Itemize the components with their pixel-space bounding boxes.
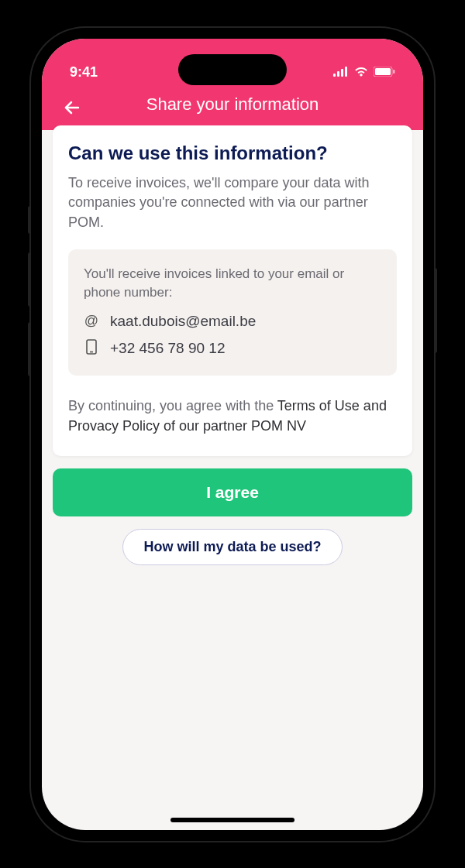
screen: 9:41 Share your informatio	[42, 39, 423, 830]
secondary-row: How will my data be used?	[53, 529, 412, 565]
phone-row: +32 456 78 90 12	[84, 339, 381, 359]
phone-icon	[84, 339, 99, 359]
notch	[178, 54, 287, 85]
info-box: You'll receive invoices linked to your e…	[68, 249, 397, 376]
svg-rect-3	[345, 67, 347, 77]
email-value: kaat.dubois@email.be	[110, 313, 256, 330]
card-description: To receive invoices, we'll compare your …	[68, 173, 397, 233]
cellular-icon	[333, 64, 349, 81]
svg-rect-6	[393, 70, 395, 74]
wifi-icon	[353, 64, 369, 81]
agree-button[interactable]: I agree	[53, 468, 412, 516]
svg-rect-1	[337, 71, 339, 77]
svg-rect-2	[341, 69, 343, 77]
back-button[interactable]	[60, 96, 84, 119]
email-row: @ kaat.dubois@email.be	[84, 313, 381, 330]
status-time: 9:41	[70, 64, 98, 81]
consent-card: Can we use this information? To receive …	[53, 125, 412, 456]
side-button	[434, 268, 437, 353]
info-box-text: You'll receive invoices linked to your e…	[84, 265, 381, 302]
phone-value: +32 456 78 90 12	[110, 340, 225, 357]
nav-bar: Share your information	[42, 82, 423, 115]
content-area: Can we use this information? To receive …	[42, 125, 423, 825]
consent-prefix: By continuing, you agree with the	[68, 398, 277, 413]
page-title: Share your information	[146, 94, 319, 115]
side-button	[28, 206, 31, 234]
side-button	[28, 322, 31, 376]
email-icon: @	[84, 313, 99, 329]
battery-icon	[374, 64, 395, 81]
card-heading: Can we use this information?	[68, 142, 397, 164]
phone-frame: 9:41 Share your informatio	[31, 28, 434, 841]
consent-text: By continuing, you agree with the Terms …	[68, 396, 397, 436]
svg-rect-5	[375, 68, 391, 75]
home-indicator	[170, 818, 294, 822]
svg-rect-0	[333, 74, 336, 77]
side-button	[28, 252, 31, 307]
data-usage-button[interactable]: How will my data be used?	[122, 529, 342, 565]
status-icons	[333, 64, 395, 81]
